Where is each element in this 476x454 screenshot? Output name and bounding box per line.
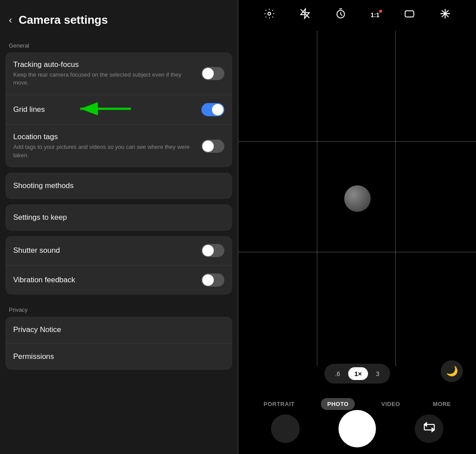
vibration-feedback-text: Vibration feedback xyxy=(13,276,201,284)
gallery-thumbnail[interactable] xyxy=(271,414,300,443)
tracking-autofocus-text: Tracking auto-focus Keep the rear camera… xyxy=(13,60,201,87)
camera-viewfinder xyxy=(238,31,476,366)
grid-lines-item[interactable]: Grid lines xyxy=(5,95,232,125)
toggle-knob xyxy=(202,245,214,256)
sparkle-icon[interactable] xyxy=(439,8,451,22)
shooting-methods-item[interactable]: Shooting methods xyxy=(5,173,232,199)
settings-to-keep-title: Settings to keep xyxy=(13,213,67,222)
svg-point-2 xyxy=(268,12,271,15)
tracking-autofocus-title: Tracking auto-focus xyxy=(13,60,196,69)
permissions-title: Permissions xyxy=(13,352,54,361)
vibration-feedback-title: Vibration feedback xyxy=(13,276,196,284)
flip-icon xyxy=(423,421,436,437)
location-tags-title: Location tags xyxy=(13,133,196,141)
zoom-pill: .6 1× 3 xyxy=(324,364,390,384)
privacy-notice-item[interactable]: Privacy Notice xyxy=(5,317,232,343)
location-tags-toggle[interactable] xyxy=(201,140,224,153)
flash-off-icon[interactable] xyxy=(299,8,311,22)
tracking-autofocus-toggle[interactable] xyxy=(201,67,224,80)
vibration-feedback-toggle[interactable] xyxy=(201,273,224,287)
shooting-methods-title: Shooting methods xyxy=(13,181,74,190)
permissions-item[interactable]: Permissions xyxy=(5,343,232,370)
settings-panel: ‹ Camera settings General Tracking auto-… xyxy=(0,0,238,454)
shutter-sound-title: Shutter sound xyxy=(13,246,196,255)
tracking-autofocus-item[interactable]: Tracking auto-focus Keep the rear camera… xyxy=(5,52,232,95)
privacy-section-label: Privacy xyxy=(0,300,238,317)
grid-v-2 xyxy=(395,31,396,366)
location-tags-desc: Add tags to your pictures and videos so … xyxy=(13,143,196,159)
settings-header: ‹ Camera settings xyxy=(0,0,238,36)
shutter-sound-item[interactable]: Shutter sound xyxy=(5,236,232,266)
shutter-sound-toggle[interactable] xyxy=(201,244,224,257)
ratio-dot xyxy=(379,10,382,13)
grid-lines-toggle[interactable] xyxy=(201,103,224,116)
shape-icon[interactable] xyxy=(404,8,415,22)
camera-panel: 1:1 .6 1× 3 xyxy=(238,0,476,454)
night-mode-button[interactable]: 🌙 xyxy=(441,360,463,382)
timer-icon[interactable] xyxy=(335,8,346,22)
settings-icon[interactable] xyxy=(264,8,275,22)
grid-v-1 xyxy=(317,31,317,366)
privacy-notice-title: Privacy Notice xyxy=(13,325,61,334)
zoom-1x-button[interactable]: 1× xyxy=(348,367,368,380)
zoom-3x-button[interactable]: 3 xyxy=(372,369,383,379)
toggle-knob xyxy=(202,68,214,79)
settings-group-1: Tracking auto-focus Keep the rear camera… xyxy=(5,52,232,167)
settings-to-keep-group: Settings to keep xyxy=(5,204,232,231)
toggle-knob xyxy=(212,104,223,115)
settings-to-keep-item[interactable]: Settings to keep xyxy=(5,204,232,231)
shutter-button[interactable] xyxy=(338,410,376,447)
grid-h-1 xyxy=(238,141,476,142)
camera-top-icons: 1:1 xyxy=(238,0,476,30)
flip-camera-button[interactable] xyxy=(415,414,443,443)
settings-group-2: Shutter sound Vibration feedback xyxy=(5,236,232,295)
general-section-label: General xyxy=(0,36,238,52)
shutter-area xyxy=(238,406,476,452)
moon-icon: 🌙 xyxy=(446,365,458,377)
green-arrow-indicator xyxy=(76,100,133,119)
zoom-controls: .6 1× 3 xyxy=(238,364,476,384)
back-button[interactable]: ‹ xyxy=(9,15,12,26)
toggle-knob xyxy=(202,140,214,152)
focus-circle xyxy=(344,185,371,212)
vibration-feedback-item[interactable]: Vibration feedback xyxy=(5,266,232,295)
page-title: Camera settings xyxy=(19,13,108,27)
tracking-autofocus-desc: Keep the rear camera focused on the sele… xyxy=(13,71,196,87)
svg-rect-6 xyxy=(405,11,414,17)
ratio-icon[interactable]: 1:1 xyxy=(371,11,379,18)
location-tags-item[interactable]: Location tags Add tags to your pictures … xyxy=(5,125,232,167)
grid-h-2 xyxy=(238,252,476,252)
shutter-sound-text: Shutter sound xyxy=(13,246,201,255)
privacy-group: Privacy Notice Permissions xyxy=(5,317,232,370)
location-tags-text: Location tags Add tags to your pictures … xyxy=(13,133,201,159)
zoom-06-button[interactable]: .6 xyxy=(331,369,344,379)
shooting-methods-group: Shooting methods xyxy=(5,173,232,199)
toggle-knob xyxy=(202,274,214,286)
